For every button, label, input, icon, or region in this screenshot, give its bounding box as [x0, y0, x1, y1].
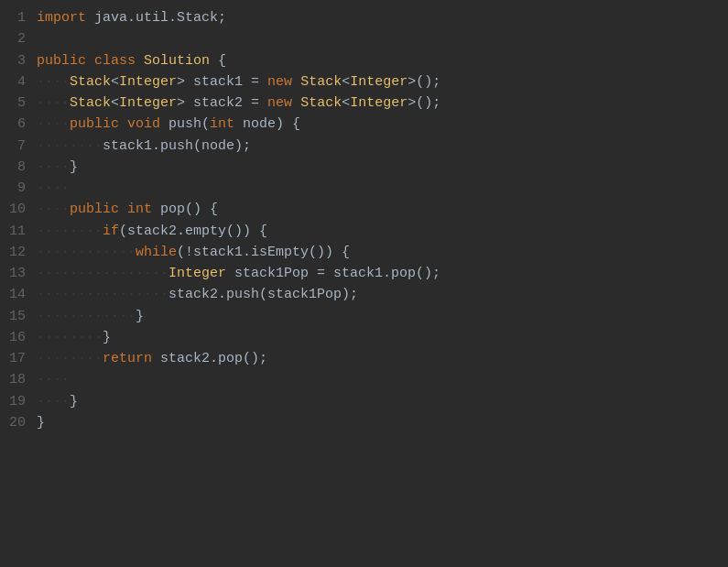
token-kw-public: public	[37, 53, 86, 69]
line-number: 3	[9, 50, 26, 71]
token-plain: >();	[407, 95, 440, 111]
line-numbers: 1234567891011121314151617181920	[0, 7, 37, 560]
token-kw-import: import	[37, 10, 86, 26]
line-number: 17	[9, 348, 26, 369]
token-kw-int: int	[127, 202, 152, 217]
token-plain	[119, 202, 127, 217]
token-plain: push(	[160, 116, 210, 132]
token-plain: }	[136, 309, 144, 324]
code-line: ········return stack2.pop();	[37, 348, 710, 369]
code-line: ····}	[37, 157, 710, 178]
token-dots: ········	[37, 330, 103, 345]
line-number: 9	[9, 178, 26, 199]
token-kw-void: void	[127, 116, 160, 132]
token-plain: stack2.push(stack1Pop);	[168, 287, 358, 302]
line-number: 4	[9, 71, 26, 93]
line-number: 10	[9, 199, 26, 220]
code-line: ····}	[37, 391, 710, 412]
token-plain: java.util.Stack;	[86, 10, 226, 26]
token-dots: ················	[37, 287, 168, 302]
token-dots: ········	[37, 138, 103, 154]
code-line: ············while(!stack1.isEmpty()) {	[37, 242, 710, 263]
token-plain: stack2.pop();	[152, 351, 267, 366]
line-number: 8	[9, 157, 26, 178]
code-line: ········stack1.push(node);	[37, 136, 710, 157]
token-dots: ········	[37, 351, 103, 366]
token-type-name: Stack	[70, 74, 111, 90]
token-plain: >();	[407, 74, 440, 90]
line-number: 14	[9, 284, 26, 305]
token-plain: > stack2 =	[177, 95, 267, 111]
token-dots: ····	[37, 180, 70, 196]
token-type-name: Integer	[350, 74, 407, 90]
token-plain: }	[70, 159, 78, 175]
code-line: ················Integer stack1Pop = stac…	[37, 263, 710, 284]
token-kw-if: if	[103, 224, 119, 239]
token-dots: ····	[37, 202, 70, 217]
line-number: 7	[9, 136, 26, 157]
token-type-name: Integer	[119, 74, 177, 90]
code-line: ····	[37, 369, 710, 390]
token-plain: (stack2.empty()) {	[119, 224, 267, 239]
token-plain: stack1.push(node);	[103, 138, 251, 154]
code-line	[37, 28, 710, 49]
token-kw-public: public	[70, 116, 119, 132]
token-plain	[86, 53, 94, 69]
code-line: ····public void push(int node) {	[37, 114, 710, 135]
token-kw-while: while	[136, 245, 177, 260]
token-plain: node) {	[234, 116, 300, 132]
token-dots: ····	[37, 394, 70, 409]
token-plain	[136, 53, 144, 69]
token-plain: <	[111, 95, 119, 111]
token-dots: ········	[37, 224, 103, 239]
token-plain: }	[103, 330, 111, 345]
token-type-name: Integer	[168, 266, 226, 281]
line-number: 2	[9, 28, 26, 49]
code-line: ········if(stack2.empty()) {	[37, 221, 710, 242]
token-plain	[119, 116, 127, 132]
code-editor: 1234567891011121314151617181920 import j…	[0, 0, 728, 567]
token-kw-int: int	[210, 116, 234, 132]
token-type-name: Stack	[300, 74, 342, 90]
token-plain: {	[210, 53, 226, 69]
token-plain: <	[111, 74, 119, 90]
code-line: ····Stack<Integer> stack2 = new Stack<In…	[37, 93, 710, 114]
token-dots: ············	[37, 245, 136, 260]
code-line: public class Solution {	[37, 50, 710, 71]
token-dots: ················	[37, 266, 168, 281]
line-number: 20	[9, 412, 26, 433]
line-number: 12	[9, 242, 26, 263]
code-line: ············}	[37, 306, 710, 327]
token-kw-new: new	[267, 95, 292, 111]
code-line: ····Stack<Integer> stack1 = new Stack<In…	[37, 71, 710, 93]
token-kw-class: class	[94, 53, 136, 69]
token-dots: ····	[37, 95, 70, 111]
code-line: }	[37, 412, 710, 433]
token-type-name: Stack	[70, 95, 111, 111]
token-dots: ············	[37, 309, 136, 324]
code-line: import java.util.Stack;	[37, 7, 710, 28]
code-line: ····	[37, 178, 710, 199]
line-number: 1	[9, 7, 26, 28]
token-plain	[292, 74, 300, 90]
line-number: 15	[9, 306, 26, 327]
token-plain: }	[70, 394, 78, 409]
token-type-name: Integer	[350, 95, 407, 111]
token-type-name: Integer	[119, 95, 177, 111]
token-dots: ····	[37, 372, 70, 387]
token-plain: <	[342, 74, 350, 90]
token-type-name: Stack	[300, 95, 342, 111]
token-plain	[292, 95, 300, 111]
token-kw-public: public	[70, 202, 119, 217]
code-line: ················stack2.push(stack1Pop);	[37, 284, 710, 305]
line-number: 5	[9, 93, 26, 114]
code-content: import java.util.Stack; public class Sol…	[37, 7, 728, 560]
line-number: 19	[9, 391, 26, 412]
code-line: ····public int pop() {	[37, 199, 710, 220]
code-line: ········}	[37, 327, 710, 348]
line-number: 16	[9, 327, 26, 348]
token-kw-new: new	[267, 74, 292, 90]
token-plain: <	[342, 95, 350, 111]
token-plain: }	[37, 415, 45, 431]
line-number: 6	[9, 114, 26, 135]
